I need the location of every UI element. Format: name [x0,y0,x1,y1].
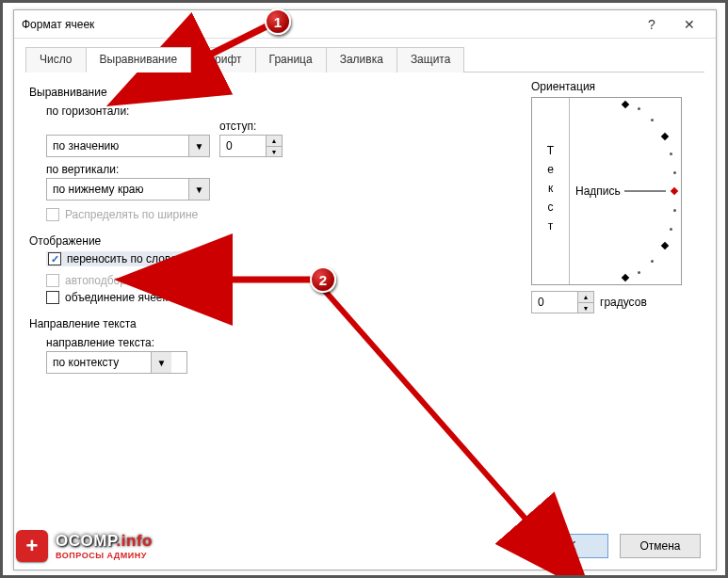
diamond-icon [661,133,669,140]
merge-cells-label: объединение ячеек [65,291,168,304]
titlebar: Формат ячеек ? ✕ [14,10,716,39]
help-button[interactable]: ? [633,11,671,38]
orientation-pointer [624,191,666,192]
vertical-combo-value: по нижнему краю [47,183,188,196]
orientation-dial[interactable]: Надпись [570,98,681,284]
diamond-icon [661,242,669,249]
degrees-value: 0 [532,292,577,313]
degrees-unit-label: градусов [600,296,647,309]
tab-fill[interactable]: Заливка [326,47,397,72]
dialog-buttons: OK Отмена [527,534,701,558]
tab-border[interactable]: Граница [255,47,327,72]
orientation-vertical-label: Текст [544,144,558,238]
spinner-up-icon[interactable]: ▲ [267,136,282,146]
orientation-box: Текст Надпись [531,97,682,285]
dot-icon [670,153,672,155]
text-direction-value: по контексту [47,356,151,369]
shrink-to-fit-label: автоподбор ширины [65,274,171,287]
horizontal-label: по горизонтали: [46,104,512,118]
left-column: Выравнивание по горизонтали: по значению… [29,80,512,515]
spinner-down-icon[interactable]: ▼ [267,146,282,156]
dot-icon [651,260,654,263]
diamond-icon [622,274,629,281]
chevron-down-icon: ▼ [188,179,209,200]
vertical-combo[interactable]: по нижнему краю ▼ [46,178,210,201]
tab-alignment[interactable]: Выравнивание [86,47,192,72]
tutorial-frame: Формат ячеек ? ✕ Число Выравнивание Шриф… [0,0,728,578]
text-direction-combo[interactable]: по контексту ▼ [46,351,187,374]
justify-distributed-label: Распределять по ширине [65,208,198,221]
diamond-icon [622,101,629,108]
degrees-spinner[interactable]: 0 ▲ ▼ [531,291,594,313]
right-column: Ориентация Текст Надпись [531,80,701,515]
chevron-down-icon: ▼ [188,136,209,156]
tab-font[interactable]: Шрифт [190,47,255,72]
text-direction-label: направление текста: [46,336,512,349]
alignment-group-label: Выравнивание [29,86,512,99]
close-button[interactable]: ✕ [671,11,708,38]
orientation-dial-label: Надпись [575,185,621,198]
orientation-vertical-button[interactable]: Текст [532,98,570,284]
tabstrip: Число Выравнивание Шрифт Граница Заливка… [25,46,704,72]
spinner-down-icon[interactable]: ▼ [578,302,593,313]
justify-distributed-checkbox: Распределять по ширине [46,208,512,221]
cancel-button[interactable]: Отмена [620,534,701,558]
chevron-down-icon: ▼ [151,352,171,373]
shrink-to-fit-checkbox: автоподбор ширины [46,274,512,287]
tab-number[interactable]: Число [25,47,87,72]
horizontal-combo-value: по значению [47,139,188,153]
dot-icon [638,271,640,274]
dot-icon [673,171,676,174]
indent-label: отступ: [219,120,283,133]
vertical-label: по вертикали: [46,163,512,176]
dot-icon [673,209,676,212]
checkbox-checked-icon [48,252,61,265]
format-cells-dialog: Формат ячеек ? ✕ Число Выравнивание Шриф… [13,9,717,570]
merge-cells-checkbox[interactable]: объединение ячеек [46,291,512,304]
spinner-up-icon[interactable]: ▲ [578,292,593,302]
checkbox-icon [46,274,59,287]
indent-value: 0 [220,136,266,156]
dialog-content: Выравнивание по горизонтали: по значению… [14,72,716,515]
indent-spinner[interactable]: 0 ▲ ▼ [219,135,283,157]
horizontal-combo[interactable]: по значению ▼ [46,135,210,157]
orientation-group-label: Ориентация [531,80,701,93]
dialog-title: Формат ячеек [22,18,633,31]
ok-button[interactable]: OK [527,534,608,558]
checkbox-icon [46,208,59,221]
tab-protection[interactable]: Защита [396,47,465,72]
wrap-text-checkbox[interactable]: переносить по словам [46,251,186,266]
dot-icon [638,107,640,110]
checkbox-icon [46,291,59,304]
wrap-text-label: переносить по словам [67,252,185,265]
display-group-label: Отображение [29,234,512,248]
dot-icon [651,119,654,121]
diamond-icon [671,187,678,195]
text-direction-group-label: Направление текста [29,317,512,330]
dot-icon [670,228,672,231]
